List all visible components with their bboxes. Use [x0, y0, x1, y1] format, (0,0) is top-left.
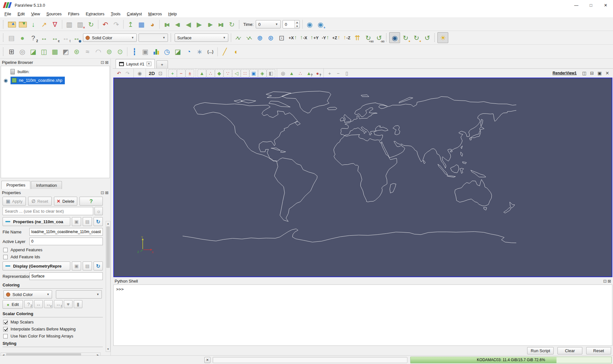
- slice-button[interactable]: ◫: [39, 46, 49, 57]
- modify-selection-button[interactable]: ±: [185, 69, 194, 77]
- rotate-90-ccw-button[interactable]: ↺-90: [374, 32, 384, 43]
- interpolate-scalars-checkbox[interactable]: [3, 327, 8, 331]
- time-value-combo[interactable]: 0▼: [256, 20, 281, 28]
- render-view[interactable]: Y X Z: [113, 78, 612, 277]
- reset-camera-closest-button[interactable]: ↘↖: [244, 32, 254, 43]
- append-features-checkbox[interactable]: [3, 248, 8, 252]
- open-file-button[interactable]: ▲: [6, 19, 17, 30]
- representation-input[interactable]: [29, 272, 103, 280]
- plot-data-over-time-button[interactable]: ◔: [183, 46, 194, 57]
- representation-combo[interactable]: Surface▼: [175, 34, 228, 42]
- redo-camera-button[interactable]: ↷: [123, 69, 132, 77]
- menu-view[interactable]: View: [28, 11, 43, 17]
- separate-color-map-small-button[interactable]: ?2: [24, 300, 33, 308]
- clear-selection-button[interactable]: ▯: [343, 69, 351, 77]
- previous-frame-button[interactable]: ◀▮: [172, 19, 183, 30]
- plot-over-time-button[interactable]: ◷: [162, 46, 172, 57]
- color-palette-button[interactable]: ◕: [147, 19, 158, 30]
- python-calculator-button[interactable]: {...}: [205, 46, 216, 57]
- view-minus-z-button[interactable]: ↑-Z: [342, 32, 352, 43]
- play-forward-button[interactable]: ▶: [194, 19, 205, 30]
- rotate-camera-cw-button[interactable]: ↻●: [400, 32, 411, 43]
- properties-vertical-scrollbar[interactable]: ▲▼: [106, 221, 110, 352]
- server-disconnect-button[interactable]: ▥×: [75, 19, 86, 30]
- rescale-temporal-range-small-button[interactable]: ↔t: [54, 300, 63, 308]
- reload-properties-button[interactable]: ↻: [94, 217, 103, 226]
- hover-info-button[interactable]: ●?: [313, 69, 322, 77]
- undock-icon[interactable]: ⊡: [101, 191, 104, 195]
- protractor-button[interactable]: ◖: [230, 46, 241, 57]
- close-icon[interactable]: ⊠: [608, 279, 611, 283]
- save-data-button[interactable]: ↓: [28, 19, 39, 30]
- add-selection-button[interactable]: +: [168, 69, 177, 77]
- record-animation-button[interactable]: ◉+: [315, 19, 326, 30]
- menu-help[interactable]: Help: [165, 11, 180, 17]
- render-view-name[interactable]: RenderView1: [553, 71, 577, 75]
- clear-button[interactable]: Clear: [557, 347, 582, 354]
- contour-button[interactable]: ◎: [17, 46, 28, 57]
- close-icon[interactable]: ⊠: [105, 191, 109, 195]
- toggle-2d-button[interactable]: 2D: [148, 69, 156, 77]
- rotate-camera-180-button[interactable]: ↻●: [411, 32, 422, 43]
- reload-display-button[interactable]: ↻: [94, 262, 103, 270]
- load-state-button[interactable]: ↗: [39, 19, 49, 30]
- rescale-temporal-range-button[interactable]: ↔t: [60, 32, 71, 43]
- select-points-through-button[interactable]: ∷: [241, 69, 249, 77]
- interactive-select-cells-button[interactable]: ▲: [287, 69, 296, 77]
- menu-edit[interactable]: Edit: [14, 11, 28, 17]
- glyph-with-custom-source-button[interactable]: ∗: [194, 46, 205, 57]
- select-cells-polygon-button[interactable]: ◆: [215, 69, 223, 77]
- add-feature-ids-checkbox[interactable]: [3, 255, 8, 259]
- select-frustum-button[interactable]: ◈: [258, 69, 267, 77]
- spin-down-icon[interactable]: ▼: [295, 24, 299, 28]
- maximize-view-button[interactable]: ▣: [596, 70, 603, 76]
- auto-apply-button[interactable]: ▦: [136, 19, 147, 30]
- threshold-button[interactable]: ◩: [60, 46, 71, 57]
- undo-button[interactable]: ↶: [100, 19, 111, 30]
- shrink-selection-button[interactable]: −: [334, 69, 343, 77]
- tab-layout-1[interactable]: Layout #1 ✕: [116, 59, 155, 68]
- close-icon[interactable]: ⊠: [105, 60, 109, 64]
- reset-camera-button[interactable]: ↗↙: [233, 32, 244, 43]
- group-datasets-button[interactable]: ⊚: [104, 46, 115, 57]
- view-minus-y-button[interactable]: -Y↑: [320, 32, 331, 43]
- pipeline-item-coastline[interactable]: ◉ ne_110m_coastline.shp: [1, 76, 110, 85]
- extract-selection-button[interactable]: ▣: [140, 46, 151, 57]
- undock-icon[interactable]: ⊡: [101, 60, 104, 64]
- new-layout-tab[interactable]: +: [156, 60, 168, 68]
- first-frame-button[interactable]: ▮◀: [161, 19, 172, 30]
- clip-button[interactable]: ◪: [28, 46, 39, 57]
- search-input[interactable]: [3, 207, 93, 215]
- rotate-90-cw-button[interactable]: ↻+90: [363, 32, 374, 43]
- redo-button[interactable]: ↷: [111, 19, 122, 30]
- zoom-to-data-button[interactable]: ⊕: [254, 32, 265, 43]
- file-name-input[interactable]: [29, 228, 103, 236]
- isometric-view-button[interactable]: ⇈: [352, 32, 363, 43]
- select-block-button[interactable]: ▣: [249, 69, 258, 77]
- reset-shell-button[interactable]: Reset: [586, 347, 611, 354]
- close-tab-icon[interactable]: ✕: [147, 62, 151, 66]
- close-button[interactable]: ✕: [598, 0, 613, 10]
- rescale-custom-range-small-button[interactable]: ↔c: [44, 300, 53, 308]
- minimize-button[interactable]: —: [569, 0, 584, 10]
- section-display-header[interactable]: Display (GeometryRepre: [3, 262, 70, 270]
- visibility-eye-icon[interactable]: ◉: [1, 78, 11, 83]
- extract-block-button[interactable]: ⊙: [115, 46, 125, 57]
- save-state-button[interactable]: ∇: [49, 19, 60, 30]
- view-plus-y-button[interactable]: ↑+Y: [309, 32, 320, 43]
- active-layer-input[interactable]: [29, 238, 103, 245]
- maximize-button[interactable]: □: [584, 0, 598, 10]
- separate-color-map-button[interactable]: ?2: [28, 32, 39, 43]
- show-color-legend-button[interactable]: ▮: [74, 300, 82, 308]
- color-legend-button[interactable]: ▤: [6, 32, 17, 43]
- set-view-direction-button[interactable]: ◉↑: [389, 32, 400, 43]
- capture-screenshot-button[interactable]: ◉: [304, 19, 315, 30]
- tab-information[interactable]: Information: [31, 181, 62, 189]
- calculator-button[interactable]: ⊞: [6, 46, 17, 57]
- select-cells-through-button[interactable]: ◁: [232, 69, 241, 77]
- zoom-closest-to-data-button[interactable]: ⊛: [265, 32, 276, 43]
- quick-launch-button[interactable]: ↥: [125, 19, 136, 30]
- solid-color-combo[interactable]: Solid Color▼: [4, 290, 52, 299]
- color-by-combo[interactable]: Solid Color▼: [83, 34, 137, 42]
- use-nan-color-checkbox[interactable]: [3, 334, 8, 338]
